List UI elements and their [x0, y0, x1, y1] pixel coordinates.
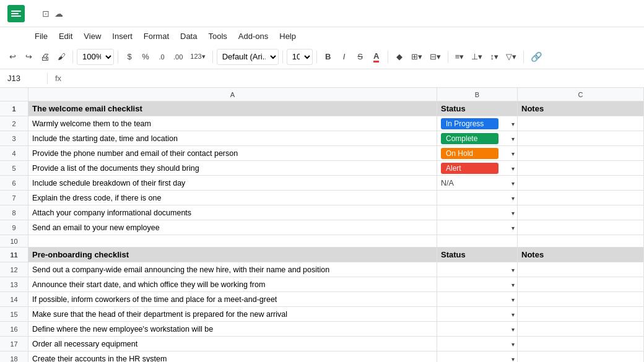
cell-a-3[interactable]: Include the starting date, time and loca… — [28, 131, 437, 145]
text-rotate-button[interactable]: ↕▾ — [487, 48, 502, 66]
menu-view[interactable]: View — [79, 30, 106, 43]
cell-b-2[interactable]: In Progress▾ — [437, 116, 518, 131]
cell-a-5[interactable]: Provide a list of the documents they sho… — [28, 161, 437, 175]
cell-c-1[interactable]: Notes — [518, 101, 644, 116]
cell-c-17[interactable] — [518, 337, 644, 351]
currency-button[interactable]: $ — [122, 48, 137, 66]
dropdown-arrow-icon[interactable]: ▾ — [511, 281, 515, 288]
paint-format-button[interactable]: 🖌 — [54, 48, 69, 66]
cell-c-16[interactable] — [518, 322, 644, 336]
cell-a-18[interactable]: Create their accounts in the HR system — [28, 351, 437, 362]
cell-a-1[interactable]: The welcome email checklist — [28, 101, 437, 116]
cell-b-12[interactable]: ▾ — [437, 262, 518, 277]
dropdown-arrow-icon[interactable]: ▾ — [511, 150, 515, 157]
cell-a-16[interactable]: Define where the new employee's workstat… — [28, 322, 437, 336]
strikethrough-button[interactable]: S — [353, 48, 368, 66]
dropdown-arrow-icon[interactable]: ▾ — [511, 224, 515, 231]
cell-a-2[interactable]: Warmly welcome them to the team — [28, 116, 437, 131]
cell-c-18[interactable] — [518, 351, 644, 362]
cell-c-12[interactable] — [518, 262, 644, 277]
menu-addons[interactable]: Add-ons — [233, 30, 273, 43]
decimal2-button[interactable]: .00 — [170, 48, 186, 66]
dropdown-arrow-icon[interactable]: ▾ — [511, 311, 515, 317]
undo-button[interactable]: ↩ — [5, 48, 20, 66]
font-color-button[interactable]: A — [369, 48, 384, 66]
dropdown-arrow-icon[interactable]: ▾ — [511, 355, 515, 362]
bold-button[interactable]: B — [321, 48, 336, 66]
cell-c-6[interactable] — [518, 176, 644, 190]
cell-a-6[interactable]: Include schedule breakdown of their firs… — [28, 176, 437, 190]
dropdown-arrow-icon[interactable]: ▾ — [511, 165, 515, 171]
link-button[interactable]: 🔗 — [528, 48, 546, 66]
dropdown-arrow-icon[interactable]: ▾ — [511, 194, 515, 201]
zoom-select[interactable]: 100% — [77, 49, 114, 65]
merge-cells-button[interactable]: ⊟▾ — [427, 48, 444, 66]
font-select[interactable]: Default (Ari... — [217, 49, 279, 65]
cell-c-5[interactable] — [518, 161, 644, 175]
more-button[interactable]: ▽▾ — [503, 48, 520, 66]
menu-file[interactable]: File — [30, 30, 53, 43]
cell-c-8[interactable] — [518, 205, 644, 220]
cell-b-17[interactable]: ▾ — [437, 337, 518, 351]
h-align-button[interactable]: ≡▾ — [452, 48, 468, 66]
cell-c-14[interactable] — [518, 292, 644, 306]
folder-icon[interactable]: ⊡ — [42, 9, 50, 19]
v-align-button[interactable]: ⊥▾ — [468, 48, 485, 66]
cell-b-1[interactable]: Status — [437, 101, 518, 116]
format123-button[interactable]: 123▾ — [187, 48, 208, 66]
cell-a-12[interactable]: Send out a company-wide email announcing… — [28, 262, 437, 277]
cell-b-14[interactable]: ▾ — [437, 292, 518, 306]
menu-insert[interactable]: Insert — [107, 30, 137, 43]
dropdown-arrow-icon[interactable]: ▾ — [511, 325, 515, 332]
cell-c-2[interactable] — [518, 116, 644, 131]
cell-b-10[interactable] — [437, 235, 518, 247]
cell-a-9[interactable]: Send an email to your new employee — [28, 220, 437, 235]
cell-b-18[interactable]: ▾ — [437, 351, 518, 362]
cell-c-9[interactable] — [518, 220, 644, 235]
fill-color-button[interactable]: ◆ — [392, 48, 407, 66]
cell-b-4[interactable]: On Hold▾ — [437, 146, 518, 160]
cell-b-5[interactable]: Alert▾ — [437, 161, 518, 175]
cloud-icon[interactable]: ☁ — [54, 9, 63, 19]
dropdown-arrow-icon[interactable]: ▾ — [511, 179, 515, 186]
dropdown-arrow-icon[interactable]: ▾ — [511, 120, 515, 127]
cell-a-13[interactable]: Announce their start date, and which off… — [28, 277, 437, 291]
cell-a-11[interactable]: Pre-onboarding checklist — [28, 248, 437, 262]
cell-c-4[interactable] — [518, 146, 644, 160]
cell-a-10[interactable] — [28, 235, 437, 247]
cell-b-8[interactable]: ▾ — [437, 205, 518, 220]
cell-b-6[interactable]: N/A▾ — [437, 176, 518, 190]
cell-b-7[interactable]: ▾ — [437, 191, 518, 205]
cell-b-13[interactable]: ▾ — [437, 277, 518, 291]
cell-reference[interactable] — [5, 72, 42, 84]
cell-b-15[interactable]: ▾ — [437, 307, 518, 321]
cell-c-11[interactable]: Notes — [518, 248, 644, 262]
menu-help[interactable]: Help — [274, 30, 301, 43]
redo-button[interactable]: ↪ — [21, 48, 36, 66]
cell-c-15[interactable] — [518, 307, 644, 321]
percent-button[interactable]: % — [138, 48, 153, 66]
menu-edit[interactable]: Edit — [54, 30, 77, 43]
dropdown-arrow-icon[interactable]: ▾ — [511, 135, 515, 142]
cell-c-10[interactable] — [518, 235, 644, 247]
cell-b-3[interactable]: Complete▾ — [437, 131, 518, 145]
cell-b-16[interactable]: ▾ — [437, 322, 518, 336]
cell-a-15[interactable]: Make sure that the head of their departm… — [28, 307, 437, 321]
italic-button[interactable]: I — [337, 48, 352, 66]
dropdown-arrow-icon[interactable]: ▾ — [511, 266, 515, 273]
cell-a-4[interactable]: Provide the phone number and email of th… — [28, 146, 437, 160]
cell-c-13[interactable] — [518, 277, 644, 291]
cell-a-14[interactable]: If possible, inform coworkers of the tim… — [28, 292, 437, 306]
menu-format[interactable]: Format — [139, 30, 174, 43]
print-button[interactable]: 🖨 — [37, 48, 53, 66]
cell-c-7[interactable] — [518, 191, 644, 205]
cell-a-17[interactable]: Order all necessary equipment — [28, 337, 437, 351]
menu-data[interactable]: Data — [175, 30, 202, 43]
cell-a-7[interactable]: Explain the dress code, if there is one — [28, 191, 437, 205]
dropdown-arrow-icon[interactable]: ▾ — [511, 209, 515, 216]
menu-tools[interactable]: Tools — [203, 30, 232, 43]
cell-c-3[interactable] — [518, 131, 644, 145]
cell-b-11[interactable]: Status — [437, 248, 518, 262]
dropdown-arrow-icon[interactable]: ▾ — [511, 340, 515, 347]
cell-a-8[interactable]: Attach your company informational docume… — [28, 205, 437, 220]
